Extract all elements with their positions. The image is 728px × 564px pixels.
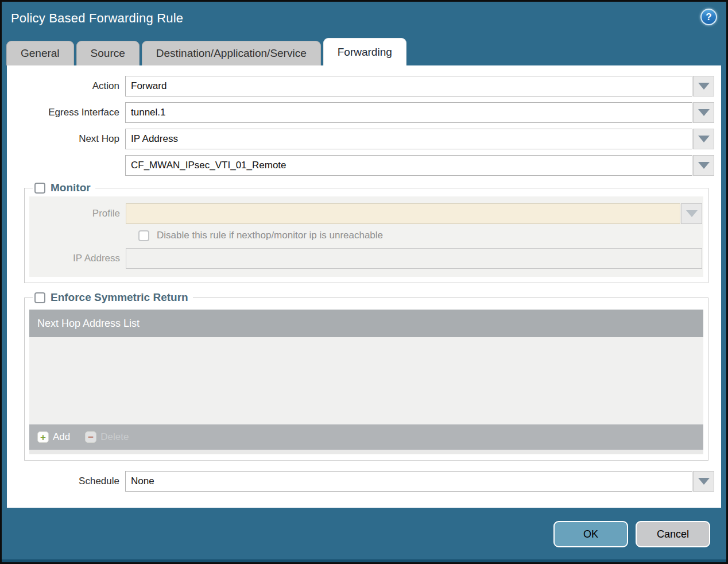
- egress-interface-label: Egress Interface: [18, 107, 125, 118]
- ok-button[interactable]: OK: [553, 521, 628, 547]
- next-hop-address-value[interactable]: CF_MWAN_IPsec_VTI_01_Remote: [125, 155, 692, 176]
- next-hop-address-list-toolbar: + Add − Delete: [29, 424, 703, 450]
- profile-value: [126, 203, 680, 224]
- disable-rule-label: Disable this rule if nexthop/monitor ip …: [157, 230, 383, 241]
- action-value[interactable]: Forward: [125, 76, 692, 96]
- dialog-footer: OK Cancel: [2, 508, 726, 547]
- schedule-select: None: [125, 471, 714, 492]
- cancel-button[interactable]: Cancel: [636, 521, 710, 547]
- chevron-down-icon: [686, 210, 698, 217]
- next-hop-address-row: CF_MWAN_IPsec_VTI_01_Remote: [18, 155, 714, 176]
- help-icon[interactable]: ?: [700, 9, 717, 25]
- tab-destination-application-service[interactable]: Destination/Application/Service: [142, 41, 321, 65]
- profile-select: [126, 203, 702, 224]
- next-hop-address-dropdown-button[interactable]: [693, 155, 714, 176]
- schedule-value[interactable]: None: [125, 471, 692, 492]
- forwarding-tab-content: Action Forward Egress Interface tunnel.1…: [7, 65, 721, 508]
- schedule-label: Schedule: [18, 476, 125, 487]
- monitor-checkbox[interactable]: [34, 183, 45, 194]
- action-label: Action: [18, 80, 125, 92]
- dialog-title: Policy Based Forwarding Rule: [11, 11, 183, 25]
- profile-row: Profile: [29, 203, 702, 224]
- egress-interface-dropdown-button[interactable]: [693, 102, 714, 123]
- schedule-row: Schedule None: [18, 471, 714, 492]
- tab-forwarding[interactable]: Forwarding: [323, 38, 406, 65]
- dialog-titlebar: Policy Based Forwarding Rule ?: [2, 2, 726, 38]
- tab-bar: General Source Destination/Application/S…: [2, 38, 726, 65]
- egress-interface-row: Egress Interface tunnel.1: [18, 102, 714, 123]
- monitor-ip-address-label: IP Address: [29, 253, 126, 264]
- profile-label: Profile: [29, 208, 126, 219]
- enforce-symmetric-return-title: Enforce Symmetric Return: [51, 291, 188, 304]
- action-row: Action Forward: [18, 76, 714, 96]
- enforce-symmetric-return-section: Enforce Symmetric Return Next Hop Addres…: [24, 291, 708, 461]
- enforce-symmetric-return-legend: Enforce Symmetric Return: [33, 291, 193, 304]
- next-hop-address-list: Next Hop Address List + Add − Delete: [29, 310, 703, 454]
- bottom-border-strip: [2, 559, 726, 562]
- monitor-ip-address-field: [126, 248, 702, 269]
- action-select: Forward: [125, 76, 714, 96]
- delete-button: − Delete: [85, 431, 129, 443]
- egress-interface-select: tunnel.1: [125, 102, 714, 123]
- next-hop-type-value[interactable]: IP Address: [125, 129, 692, 149]
- delete-button-label: Delete: [100, 431, 129, 443]
- next-hop-address-list-body: [29, 337, 703, 424]
- chevron-down-icon: [698, 109, 710, 116]
- next-hop-type-select: IP Address: [125, 129, 714, 149]
- monitor-section: Monitor Profile Disable this rule if nex…: [24, 181, 708, 283]
- chevron-down-icon: [698, 136, 710, 142]
- next-hop-address-select: CF_MWAN_IPsec_VTI_01_Remote: [125, 155, 714, 176]
- disable-rule-checkbox: [138, 230, 149, 241]
- add-button-label: Add: [53, 431, 70, 443]
- monitor-ip-address-row: IP Address: [29, 248, 702, 269]
- tab-general[interactable]: General: [6, 41, 74, 65]
- monitor-legend: Monitor: [33, 181, 95, 194]
- enforce-symmetric-return-checkbox[interactable]: [34, 292, 45, 303]
- minus-icon: −: [85, 431, 96, 443]
- egress-interface-value[interactable]: tunnel.1: [125, 102, 692, 123]
- next-hop-address-list-header: Next Hop Address List: [29, 310, 703, 337]
- tab-source[interactable]: Source: [76, 41, 140, 65]
- schedule-dropdown-button[interactable]: [693, 471, 714, 492]
- next-hop-label: Next Hop: [18, 133, 125, 145]
- profile-dropdown-button: [681, 203, 702, 224]
- action-dropdown-button[interactable]: [693, 76, 714, 96]
- next-hop-dropdown-button[interactable]: [693, 129, 714, 149]
- next-hop-row: Next Hop IP Address: [18, 129, 714, 149]
- disable-rule-row: Disable this rule if nexthop/monitor ip …: [138, 230, 702, 241]
- chevron-down-icon: [698, 162, 710, 169]
- monitor-title: Monitor: [51, 181, 91, 194]
- chevron-down-icon: [698, 478, 710, 485]
- chevron-down-icon: [698, 83, 710, 90]
- monitor-panel: Profile Disable this rule if nexthop/mon…: [29, 196, 703, 277]
- monitor-ip-address-value: [126, 248, 702, 269]
- plus-icon: +: [37, 431, 49, 443]
- policy-based-forwarding-dialog: Policy Based Forwarding Rule ? General S…: [0, 0, 728, 564]
- list-bottom-strip: [29, 450, 703, 454]
- add-button[interactable]: + Add: [37, 431, 70, 443]
